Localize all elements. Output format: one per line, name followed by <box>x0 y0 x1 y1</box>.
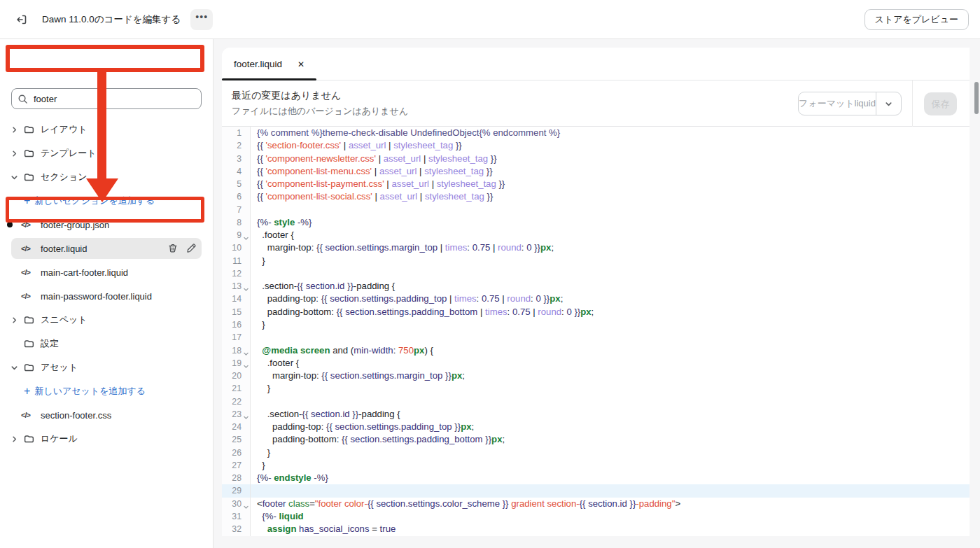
code-line-7[interactable]: 7 <box>222 204 969 216</box>
exit-editor-button[interactable] <box>10 8 34 31</box>
scrollbar-thumb[interactable] <box>974 82 979 114</box>
sidebar-item-label: footer-group.json <box>41 220 109 230</box>
code-line-11[interactable]: 11 } <box>222 255 969 267</box>
fold-toggle-icon[interactable] <box>243 504 249 510</box>
code-line-15[interactable]: 15 padding-bottom: {{ section.settings.p… <box>222 306 969 318</box>
line-number: 3 <box>222 153 251 165</box>
line-number: 32 <box>222 523 251 535</box>
sidebar-item-7[interactable]: </>main-password-footer.liquid <box>0 284 212 308</box>
preview-store-button[interactable]: ストアをプレビュー <box>864 9 969 30</box>
fold-toggle-icon[interactable] <box>243 286 249 293</box>
code-file-icon: </> <box>21 220 35 229</box>
code-line-text: assign has_social_icons = true <box>251 523 396 535</box>
code-line-text <box>251 267 257 280</box>
sidebar-item-label: main-cart-footer.liquid <box>41 267 128 278</box>
code-line-19[interactable]: 19 .footer { <box>222 357 969 370</box>
code-line-4[interactable]: 4{{ 'component-list-menu.css' | asset_ur… <box>222 165 969 178</box>
plus-icon: + <box>24 195 30 207</box>
code-line-9[interactable]: 9 .footer { <box>222 229 969 241</box>
code-line-text: {%- endstyle -%} <box>251 472 328 484</box>
code-line-14[interactable]: 14 padding-top: {{ section.settings.padd… <box>222 293 969 305</box>
sidebar-item-0[interactable]: レイアウト <box>0 118 212 141</box>
code-line-28[interactable]: 28{%- endstyle -%} <box>222 472 969 484</box>
code-line-5[interactable]: 5{{ 'component-list-payment.css' | asset… <box>222 178 969 190</box>
tab-bar: footer.liquid ✕ <box>222 48 969 80</box>
code-file-icon: </> <box>21 268 35 276</box>
code-line-8[interactable]: 8{%- style -%} <box>222 216 969 229</box>
code-line-31[interactable]: 31 {%- liquid <box>222 510 969 523</box>
code-line-25[interactable]: 25 padding-bottom: {{ section.settings.p… <box>222 433 969 446</box>
plus-icon: + <box>24 385 30 398</box>
sidebar-item-8[interactable]: スニペット <box>0 308 212 332</box>
code-line-29[interactable]: 29 <box>222 484 969 497</box>
line-number: 11 <box>222 255 251 267</box>
line-number: 22 <box>222 395 251 408</box>
code-line-26[interactable]: 26 } <box>222 447 969 459</box>
line-number: 21 <box>222 382 251 395</box>
rename-file-button[interactable] <box>186 243 197 254</box>
code-line-22[interactable]: 22 <box>222 395 969 408</box>
sidebar-item-6[interactable]: </>main-cart-footer.liquid <box>0 260 212 284</box>
page-title: Dawn 11.0.0のコードを編集する <box>42 13 181 26</box>
search-icon <box>18 94 28 104</box>
code-line-32[interactable]: 32 assign has_social_icons = true <box>222 523 969 535</box>
format-button-label: フォーマットliquid <box>799 97 876 110</box>
folder-icon <box>23 314 35 326</box>
line-number: 20 <box>222 370 251 382</box>
fold-toggle-icon[interactable] <box>243 363 249 370</box>
sidebar-item-label: footer.liquid <box>41 244 88 254</box>
line-number: 14 <box>222 293 251 305</box>
sidebar-item-12[interactable]: </>section-footer.css <box>0 403 212 427</box>
code-line-24[interactable]: 24 padding-top: {{ section.settings.padd… <box>222 421 969 433</box>
top-bar: Dawn 11.0.0のコードを編集する ••• ストアをプレビュー <box>0 0 980 39</box>
code-line-27[interactable]: 27 } <box>222 459 969 472</box>
format-dropdown-toggle[interactable] <box>876 92 901 115</box>
code-line-2[interactable]: 2{{ 'section-footer.css' | asset_url | s… <box>222 139 969 152</box>
code-line-text: {{ 'component-list-social.css' | asset_u… <box>251 190 493 203</box>
code-line-20[interactable]: 20 margin-top: {{ section.settings.margi… <box>222 370 969 382</box>
line-number: 19 <box>222 357 251 370</box>
tab-close-icon[interactable]: ✕ <box>298 60 304 69</box>
chevron-right-icon <box>10 126 18 134</box>
line-number: 12 <box>222 267 251 280</box>
fold-toggle-icon[interactable] <box>243 235 249 241</box>
code-line-3[interactable]: 3{{ 'component-newsletter.css' | asset_u… <box>222 153 969 165</box>
file-search-box[interactable] <box>11 88 202 109</box>
code-line-10[interactable]: 10 margin-top: {{ section.settings.margi… <box>222 241 969 254</box>
code-line-text: } <box>251 447 270 459</box>
code-line-16[interactable]: 16 } <box>222 318 969 331</box>
code-file-icon: </> <box>21 292 35 300</box>
code-line-13[interactable]: 13 .section-{{ section.id }}-padding { <box>222 280 969 293</box>
tab-footer-liquid[interactable]: footer.liquid ✕ <box>222 48 316 80</box>
fold-toggle-icon[interactable] <box>243 414 249 421</box>
code-line-30[interactable]: 30<footer class="footer color-{{ section… <box>222 498 969 510</box>
sidebar-item-3[interactable]: +新しいセクションを追加する <box>0 189 212 213</box>
code-line-6[interactable]: 6{{ 'component-list-social.css' | asset_… <box>222 190 969 203</box>
delete-file-button[interactable] <box>167 243 178 254</box>
more-actions-button[interactable]: ••• <box>190 9 213 30</box>
sidebar-item-1[interactable]: テンプレート <box>0 141 212 165</box>
fold-toggle-icon[interactable] <box>243 351 249 357</box>
sidebar-item-2[interactable]: セクション <box>0 165 212 189</box>
sidebar-item-11[interactable]: +新しいアセットを追加する <box>0 379 212 403</box>
code-line-23[interactable]: 23 .section-{{ section.id }}-padding { <box>222 408 969 421</box>
search-input[interactable] <box>34 94 181 104</box>
sidebar-item-13[interactable]: ロケール <box>0 427 212 451</box>
sidebar-item-10[interactable]: アセット <box>0 356 212 379</box>
code-line-1[interactable]: 1{% comment %}theme-check-disable Undefi… <box>222 127 969 139</box>
code-line-18[interactable]: 18 @media screen and (min-width: 750px) … <box>222 344 969 357</box>
code-line-21[interactable]: 21 } <box>222 382 969 395</box>
format-liquid-button[interactable]: フォーマットliquid <box>798 92 902 115</box>
code-line-text: .section-{{ section.id }}-padding { <box>251 408 400 421</box>
sidebar-item-9[interactable]: 設定 <box>0 332 212 356</box>
code-file-icon: </> <box>21 411 35 419</box>
code-line-text: {% comment %}theme-check-disable Undefin… <box>251 127 560 139</box>
code-line-12[interactable]: 12 <box>222 267 969 280</box>
chevron-right-icon <box>10 316 18 324</box>
sidebar-item-5[interactable]: </>footer.liquid <box>0 237 212 260</box>
code-line-17[interactable]: 17 <box>222 331 969 344</box>
sidebar-item-4[interactable]: </>footer-group.json <box>0 213 212 237</box>
exit-icon <box>15 13 29 27</box>
save-button[interactable]: 保存 <box>924 92 957 115</box>
code-editor[interactable]: 1{% comment %}theme-check-disable Undefi… <box>222 127 969 536</box>
